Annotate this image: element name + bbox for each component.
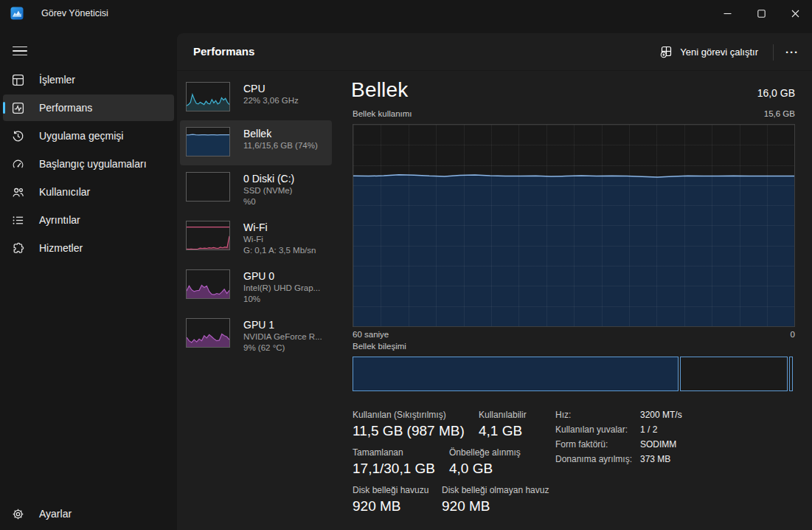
details-icon — [12, 214, 24, 227]
gpu0-thumbnail-chart — [186, 269, 230, 299]
sidebar-item-label: Ayarlar — [39, 508, 72, 520]
perf-item-detail2: 10% — [243, 294, 320, 305]
usage-chart-max: 15,6 GB — [764, 109, 795, 118]
perf-item-detail: 22% 3,06 GHz — [243, 95, 299, 106]
navigation-menu-button[interactable] — [7, 40, 32, 62]
stat-cached: Önbelleğe alınmış 4,0 GB — [449, 447, 521, 477]
maximize-button[interactable] — [744, 0, 778, 27]
sidebar-item-startup-apps[interactable]: Başlangıç uygulamaları — [3, 151, 174, 177]
hamburger-icon — [13, 47, 27, 48]
usage-chart-label: Bellek kullanımı — [353, 109, 412, 118]
stat-available: Kullanılabilir 4,1 GB — [479, 410, 527, 439]
run-new-task-icon — [660, 46, 673, 58]
perf-item-name: CPU — [243, 82, 299, 95]
perf-item-gpu0[interactable]: GPU 0 Intel(R) UHD Grap... 10% — [180, 263, 332, 312]
detail-title: Bellek — [351, 78, 408, 102]
memory-composition-segment-free — [789, 357, 793, 391]
ellipsis-icon: ··· — [785, 46, 799, 58]
chart-gridlines — [353, 125, 794, 326]
perf-item-wifi[interactable]: Wi-Fi Wi-Fi G: 0,1 A: 3,5 Mb/sn — [180, 214, 332, 263]
run-new-task-button[interactable]: Yeni görevi çalıştır — [651, 41, 767, 63]
startup-icon — [12, 158, 24, 171]
sidebar-item-processes[interactable]: İşlemler — [3, 66, 174, 93]
sidebar-item-label: Performans — [39, 102, 92, 114]
perf-item-name: GPU 0 — [243, 269, 320, 283]
users-icon — [12, 186, 24, 199]
disk-thumbnail-chart — [186, 172, 230, 202]
perf-item-cpu[interactable]: CPU 22% 3,06 GHz — [180, 75, 332, 120]
sidebar: İşlemler Performans Uygulama geçmişi Baş… — [0, 65, 177, 263]
sidebar-item-label: Uygulama geçmişi — [39, 130, 123, 142]
stat-non-paged-pool: Disk belleği olmayan havuz 920 MB — [442, 485, 549, 514]
memory-detail-pane: Bellek 16,0 GB Bellek kullanımı 15,6 GB … — [353, 75, 795, 521]
sidebar-item-label: Ayrıntılar — [39, 214, 80, 226]
stat-committed: Tamamlanan 17,1/30,1 GB — [353, 447, 435, 477]
perf-item-detail: Wi-Fi — [243, 234, 316, 245]
sidebar-item-label: Kullanıcılar — [39, 186, 90, 198]
memory-usage-chart[interactable] — [353, 124, 795, 327]
more-options-button[interactable]: ··· — [780, 41, 805, 63]
perf-item-detail: SSD (NVMe) — [243, 185, 294, 196]
performance-resource-list: CPU 22% 3,06 GHz Bellek 11,6/15,6 GB (74… — [180, 75, 332, 360]
memory-composition-segment-used — [353, 357, 679, 391]
processes-icon — [12, 74, 24, 86]
selected-indicator — [3, 102, 5, 114]
task-manager-logo-icon — [10, 7, 24, 20]
perf-item-gpu1[interactable]: GPU 1 NVIDIA GeForce R... 9% (62 °C) — [180, 312, 332, 360]
content-header: Performans Yeni görevi çalıştır ··· — [177, 33, 812, 71]
sidebar-item-details[interactable]: Ayrıntılar — [3, 207, 174, 233]
sidebar-item-services[interactable]: Hizmetler — [3, 235, 174, 261]
sidebar-item-label: İşlemler — [39, 74, 75, 86]
sidebar-footer: Ayarlar — [0, 499, 177, 529]
memory-thumbnail-chart — [186, 127, 230, 156]
content-panel: Performans Yeni görevi çalıştır ··· — [177, 33, 812, 530]
header-divider — [773, 44, 774, 61]
memory-composition-bar[interactable] — [353, 357, 795, 391]
perf-item-detail: 11,6/15,6 GB (74%) — [243, 140, 318, 151]
stat-paged-pool: Disk belleği havuzu 920 MB — [353, 485, 428, 514]
perf-item-name: GPU 1 — [243, 318, 322, 331]
perf-item-detail: NVIDIA GeForce R... — [243, 331, 322, 343]
perf-item-name: Bellek — [243, 127, 318, 140]
cpu-thumbnail-chart — [186, 82, 230, 111]
perf-item-detail2: %0 — [243, 196, 294, 207]
maximize-icon — [757, 10, 766, 18]
sidebar-item-performance[interactable]: Performans — [3, 94, 174, 121]
perf-item-disk0[interactable]: 0 Diski (C:) SSD (NVMe) %0 — [180, 165, 332, 214]
perf-item-memory[interactable]: Bellek 11,6/15,6 GB (74%) — [180, 120, 332, 165]
close-icon — [791, 10, 799, 18]
sidebar-item-label: Hizmetler — [39, 242, 83, 254]
gpu1-thumbnail-chart — [186, 318, 230, 348]
sidebar-item-label: Başlangıç uygulamaları — [39, 158, 147, 170]
memory-composition-segment-standby — [680, 357, 788, 391]
services-icon — [12, 242, 24, 255]
close-button[interactable] — [778, 0, 812, 27]
stat-used: Kullanılan (Sıkıştırılmış) 11,5 GB (987 … — [353, 410, 465, 439]
page-title: Performans — [193, 45, 254, 58]
minimize-icon — [723, 10, 732, 18]
sidebar-item-users[interactable]: Kullanıcılar — [3, 179, 174, 205]
info-row-speed: Hız: 3200 MT/s — [555, 410, 682, 420]
run-new-task-label: Yeni görevi çalıştır — [680, 47, 758, 58]
sidebar-item-app-history[interactable]: Uygulama geçmişi — [3, 123, 174, 149]
hardware-info: Hız: 3200 MT/s Kullanılan yuvalar: 1 / 2… — [555, 410, 682, 469]
info-row-form-factor: Form faktörü: SODIMM — [555, 439, 682, 450]
info-row-slots: Kullanılan yuvalar: 1 / 2 — [555, 424, 682, 435]
titlebar: Görev Yöneticisi — [0, 0, 812, 33]
minimize-button[interactable] — [710, 0, 744, 27]
x-axis-left-label: 60 saniye — [353, 330, 389, 339]
perf-item-detail: Intel(R) UHD Grap... — [243, 283, 320, 294]
window-title: Görev Yöneticisi — [41, 8, 108, 18]
history-icon — [12, 130, 24, 142]
perf-item-detail2: 9% (62 °C) — [243, 343, 322, 354]
sidebar-item-settings[interactable]: Ayarlar — [3, 500, 174, 527]
perf-item-detail2: G: 0,1 A: 3,5 Mb/sn — [243, 245, 316, 256]
wifi-thumbnail-chart — [186, 221, 230, 250]
perf-item-name: 0 Diski (C:) — [243, 172, 294, 185]
memory-total: 16,0 GB — [757, 87, 795, 99]
info-row-hardware-reserved: Donanıma ayrılmış: 373 MB — [555, 454, 682, 464]
composition-label: Bellek bileşimi — [353, 342, 406, 351]
perf-item-name: Wi-Fi — [243, 221, 316, 234]
performance-icon — [12, 102, 24, 114]
settings-icon — [12, 508, 24, 520]
